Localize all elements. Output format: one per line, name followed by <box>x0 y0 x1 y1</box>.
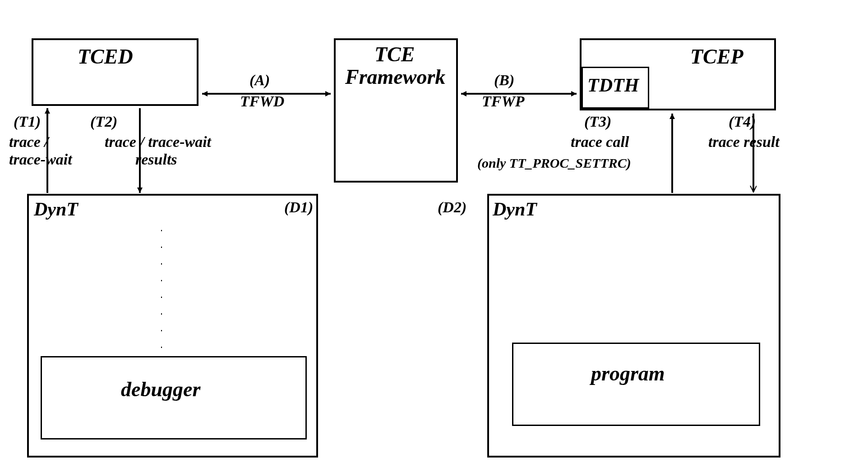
dynt-left-label: DynT <box>34 198 78 220</box>
tdth-label: TDTH <box>587 74 639 96</box>
arrow-t4-label: trace result <box>708 133 780 151</box>
arrow-t3-note: (only TT_PROC_SETTRC) <box>477 156 631 171</box>
d2-label: (D2) <box>438 198 466 216</box>
tcep-label: TCEP <box>690 45 743 69</box>
arrow-t4-tag: (T4) <box>729 113 756 130</box>
d1-label: (D1) <box>284 198 313 216</box>
arrow-t3-label: trace call <box>571 133 629 151</box>
arrow-t2-label: trace / trace-wait results <box>105 133 211 168</box>
tced-label: TCED <box>78 45 133 69</box>
program-label: program <box>591 362 665 386</box>
arrow-t1-tag: (T1) <box>14 113 41 130</box>
dynt-right-label: DynT <box>493 198 537 220</box>
tce-framework-line2: Framework <box>345 65 445 89</box>
diagram-stage: TCED TCE Framework TCEP TDTH DynT debugg… <box>0 0 868 476</box>
arrow-t1-label: trace / trace-wait <box>9 133 72 168</box>
arrow-t3-tag: (T3) <box>584 113 611 130</box>
arrow-b-tag: (B) <box>494 71 514 89</box>
arrow-a-tag: (A) <box>249 71 270 89</box>
arrow-b-label: TFWP <box>482 92 524 110</box>
tce-framework-line1: TCE <box>374 43 415 67</box>
debugger-label: debugger <box>121 378 200 402</box>
arrow-t2-tag: (T2) <box>90 113 117 130</box>
arrow-a-label: TFWD <box>240 92 284 110</box>
